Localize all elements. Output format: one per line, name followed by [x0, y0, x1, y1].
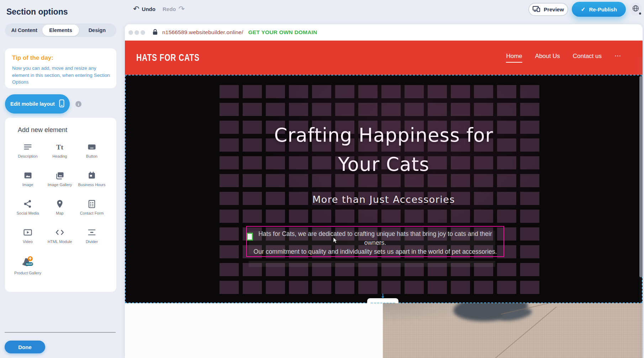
page-title: Section options: [6, 7, 68, 17]
element-contact-form[interactable]: Contact Form: [76, 199, 108, 227]
description-icon: [23, 142, 33, 152]
panel-tabs: AI Content Elements Design: [5, 23, 116, 37]
preview-scrollbar-thumb[interactable]: [639, 76, 643, 277]
nav-more-icon[interactable]: ⋯: [614, 52, 621, 64]
arrow-down-icon: ↓: [367, 293, 398, 299]
site-page: HATS FOR CATS Home About Us Contact us ⋯…: [125, 41, 643, 358]
element-description[interactable]: Description: [12, 142, 44, 170]
next-section[interactable]: [125, 303, 643, 358]
product-gallery-icon: SHOP: [21, 256, 35, 269]
preview-scrollbar-track[interactable]: [639, 57, 643, 358]
selected-text-element[interactable]: Hats for Cats, we are dedicated to craft…: [246, 226, 504, 257]
redo-icon: ↷: [179, 5, 185, 12]
element-image[interactable]: Image: [12, 170, 44, 199]
hero-subheading[interactable]: More than Just Accessories: [126, 194, 642, 205]
heading-icon: Tt: [55, 142, 65, 152]
nav-contact-us[interactable]: Contact us: [573, 53, 602, 63]
contact-form-icon: [87, 199, 97, 209]
nav-about-us[interactable]: About Us: [535, 53, 560, 63]
element-divider[interactable]: Divider: [76, 227, 108, 256]
tip-body: Now you can add, move and resize any ele…: [12, 65, 110, 86]
undo-button[interactable]: ↶ Undo: [133, 5, 155, 12]
divider-icon: [87, 227, 97, 237]
video-icon: [23, 227, 33, 237]
tip-of-the-day-card: Tip of the day: Now you can add, move an…: [5, 48, 116, 88]
tip-heading: Tip of the day:: [12, 54, 109, 62]
html-code-icon: [55, 227, 65, 237]
map-pin-icon: [55, 199, 65, 209]
element-map[interactable]: Map: [44, 199, 76, 227]
globe-button[interactable]: [629, 2, 642, 16]
pavement-photo: [383, 303, 643, 358]
tab-ai-content[interactable]: AI Content: [6, 25, 42, 36]
redo-button[interactable]: Redo ↷: [163, 5, 185, 12]
browser-chrome-bar: n1566589.websitebuilder.online/ GET YOUR…: [125, 24, 643, 41]
element-image-gallery[interactable]: Image Gallery: [44, 170, 76, 199]
traffic-dots: [128, 30, 145, 35]
image-icon: [23, 170, 33, 180]
mouse-cursor: [333, 237, 338, 245]
preview-button[interactable]: Preview: [528, 3, 568, 16]
image-gallery-icon: [55, 170, 65, 180]
republish-button[interactable]: ✓ Re-Publish: [572, 2, 626, 17]
button-icon: [87, 142, 97, 152]
selection-resize-handle[interactable]: [247, 233, 253, 241]
done-button[interactable]: Done: [5, 341, 45, 353]
business-hours-icon: [87, 170, 97, 180]
element-heading[interactable]: Tt Heading: [44, 142, 76, 170]
tab-elements[interactable]: Elements: [42, 25, 79, 36]
element-product-gallery[interactable]: SHOP Product Gallery: [12, 256, 44, 284]
get-domain-link[interactable]: GET YOUR OWN DOMAIN: [248, 29, 317, 36]
undo-icon: ↶: [133, 5, 139, 12]
svg-text:SHOP: SHOP: [26, 263, 32, 265]
lock-icon: [152, 28, 158, 37]
element-business-hours[interactable]: Business Hours: [76, 170, 108, 199]
hover-highlight-band: [249, 261, 495, 267]
hero-paragraph[interactable]: Hats for Cats, we are dedicated to craft…: [247, 230, 503, 256]
add-element-panel: Add new element Description Tt Heading B…: [5, 118, 116, 292]
element-social-media[interactable]: Social Media: [12, 199, 44, 227]
hero-section-selected[interactable]: Crafting Happiness for Your Cats More th…: [125, 75, 643, 303]
hero-heading[interactable]: Crafting Happiness for Your Cats: [126, 121, 642, 179]
svg-text:Tt: Tt: [56, 143, 63, 151]
nav-home[interactable]: Home: [506, 53, 522, 63]
info-icon[interactable]: i: [75, 101, 81, 107]
site-preview-window: n1566589.websitebuilder.online/ GET YOUR…: [125, 24, 643, 358]
element-html-module[interactable]: HTML Module: [44, 227, 76, 256]
element-grid: Description Tt Heading Button Image Imag…: [12, 142, 109, 284]
edit-mobile-label: Edit mobile layout: [10, 101, 55, 107]
element-video[interactable]: Video: [12, 227, 44, 256]
check-icon: ✓: [581, 6, 585, 13]
site-header[interactable]: HATS FOR CATS Home About Us Contact us ⋯: [125, 41, 643, 75]
panel-bottom-divider: [5, 332, 116, 333]
devices-icon: [533, 6, 540, 14]
tab-design[interactable]: Design: [79, 25, 115, 36]
add-element-heading: Add new element: [18, 126, 67, 134]
site-logo[interactable]: HATS FOR CATS: [136, 52, 200, 63]
phone-icon: [59, 99, 64, 109]
element-button[interactable]: Button: [76, 142, 108, 170]
social-media-icon: [23, 199, 33, 209]
globe-status-dot: [638, 12, 642, 15]
app-root: Section options AI Content Elements Desi…: [0, 0, 644, 358]
site-url[interactable]: n1566589.websitebuilder.online/: [162, 29, 243, 36]
site-nav: Home About Us Contact us ⋯: [506, 52, 621, 64]
edit-mobile-layout-button[interactable]: Edit mobile layout: [5, 94, 70, 114]
